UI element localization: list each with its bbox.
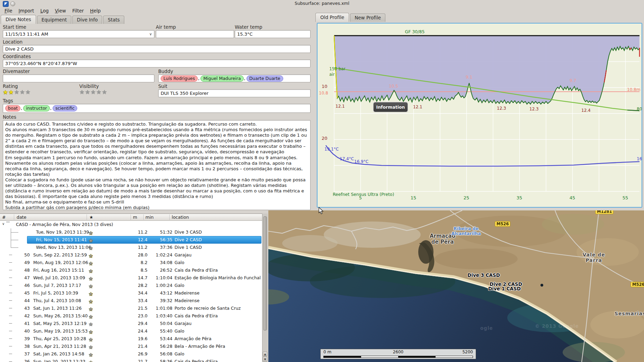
dive-row[interactable]: 43Sat, Jun 1, 2013 11:26★★★★★21.51:01:08… [0, 305, 262, 312]
start-time-input[interactable]: 11/15/13 11:41 AM ∨ [3, 30, 154, 38]
dive-row[interactable]: 45Fri, Jul 5, 2013 10:39★★★★★34.443:12Ma… [0, 289, 262, 297]
rating-stars[interactable]: ★★★★★ [3, 89, 31, 96]
column-header-3[interactable]: m [133, 215, 137, 220]
dive-row[interactable]: 39Thu, Apr 25, 2013 10:28★★★★★19.653:44A… [0, 335, 262, 343]
road-badge: M1281 [595, 210, 614, 214]
scroll-down-icon[interactable]: ▼ [263, 357, 267, 362]
visibility-stars[interactable]: ★★★★★ [79, 89, 107, 96]
suit-input[interactable]: DUI TLS 350 Explorer [158, 89, 311, 97]
dive-row[interactable]: 49Mon, Aug 19, 2013 12:06★★★★★8.234:08Ga… [0, 259, 262, 266]
start-time-label: Start time [3, 24, 26, 30]
menu-help[interactable]: Help [87, 8, 104, 14]
menu-view[interactable]: View [52, 8, 69, 14]
dive-row[interactable]: Tue, Nov 19, 2013 11:39★★★★★11.251:32Div… [0, 228, 262, 236]
air-temp-label: Air temp [156, 24, 176, 30]
dive-row[interactable]: 42Sun, May 26, 2013 15:40★★★★★23.01:03:4… [0, 312, 262, 320]
buddy-chip[interactable]: Luís Rodrigues [161, 75, 198, 82]
chart-deep-label: 12.3 [497, 106, 506, 111]
map-place-label: Sesmarias [609, 311, 644, 316]
rating-label: Rating [3, 83, 18, 89]
column-header-5[interactable]: location [172, 215, 189, 220]
tab-new-profile[interactable]: New Profile [350, 13, 385, 22]
chart-pressure-label: 150 bar [329, 66, 346, 71]
tab-stats[interactable]: Stats [103, 16, 124, 24]
star-empty-icon: ★ [89, 238, 93, 243]
column-header-1[interactable]: date [17, 215, 26, 220]
map-watermark: ogle [480, 325, 493, 331]
tags-input[interactable]: boat,instructor,scientific [3, 104, 311, 113]
dive-list-scrollbar[interactable]: ▲ ▼ [262, 214, 268, 362]
menu-import[interactable]: Import [16, 8, 37, 14]
buddy-input[interactable]: Luís Rodrigues,Miguel Madureira,Duarte D… [158, 74, 311, 82]
buddy-chip[interactable]: Miguel Madureira [200, 75, 243, 82]
time-axis-label: 55 [621, 195, 629, 200]
star-empty-icon: ★ [89, 261, 93, 266]
chart-pressure-label: air [329, 72, 335, 77]
menu-file[interactable]: File [1, 8, 16, 14]
chart-deep-label: 12.3 [529, 107, 539, 111]
notes-label: Notes [3, 114, 16, 120]
notes-textarea[interactable]: Aula do curso CASD. Transectos c/video e… [3, 120, 311, 210]
chevron-down-icon[interactable]: ∨ [149, 32, 152, 36]
dive-site-label: Dive 3 CASD [463, 273, 504, 278]
menu-filter[interactable]: Filter [69, 8, 87, 14]
dive-row[interactable]: 44Thu, Jul 4, 2013 10:08★★★★★33.439:32Ma… [0, 297, 262, 305]
dive-row[interactable]: 48Fri, Aug 16, 2013 15:11★★★★★8.526:52Ca… [0, 266, 262, 274]
time-axis-label: 45 [568, 195, 576, 200]
dive-row[interactable]: 47Wed, Jul 10, 2013 13:09★★★★★14.71:10:0… [0, 274, 262, 282]
star-empty-icon: ★ [89, 329, 93, 335]
subsurface-window: Subsurface: paneves.xml FileImportLogVie… [0, 0, 644, 362]
star-empty-icon: ★ [14, 89, 20, 96]
trip-group-row[interactable]: ∨CASD - Armação de Pêra, Nov 2013 (3 div… [0, 221, 262, 228]
water-temp-input[interactable]: 15.3°C [235, 30, 311, 38]
dive-site-marker[interactable] [540, 284, 543, 287]
chart-peak-label: 10.5 [389, 84, 398, 89]
information-button[interactable]: Information [374, 102, 408, 112]
dive-row[interactable]: 46Sun, Jul 7, 2013 17:17★★★★★28.21:00:24… [0, 282, 262, 289]
tag-chip[interactable]: scientific [53, 105, 78, 111]
column-header-0[interactable]: # [2, 215, 6, 220]
tag-chip[interactable]: boat [5, 105, 20, 111]
road-badge: M526 [630, 282, 644, 287]
dive-list-header[interactable]: #date★mminlocation [0, 214, 262, 221]
dive-row[interactable]: 50Sun, Sep 22, 2013 12:59★★★★★28.01:02:2… [0, 251, 262, 259]
location-input[interactable]: Dive 2 CASD [3, 45, 311, 53]
dive-row[interactable]: 36Sun, Jan 20, 2013 12:33★★★★★21.758:36C… [0, 358, 262, 362]
suit-label: Suit [158, 83, 167, 89]
buddy-chip[interactable]: Duarte Duarte [247, 75, 283, 82]
tab-dive-info[interactable]: Dive Info [72, 16, 102, 24]
dive-row[interactable]: 38Sun, Apr 21, 2013 11:28★★★★★21.456:28B… [0, 343, 262, 350]
column-header-2[interactable]: ★ [89, 215, 93, 220]
dive-row[interactable]: Wed, Nov 13, 2013 11:06★★★★★11.237:36Div… [0, 244, 262, 251]
dive-row[interactable]: 37Sat, Jan 26, 2013 14:58★★★★★26.956:08G… [0, 350, 262, 358]
star-empty-icon: ★ [85, 89, 90, 96]
map-watermark: © 2013 Google [535, 323, 579, 329]
tab-equipment[interactable]: Equipment [37, 16, 71, 24]
chart-pressure-label: 80 [637, 107, 642, 111]
dive-site-map[interactable]: Armação de PêraRibeira de AlcantarilhaVa… [268, 210, 644, 362]
scrollbar-thumb[interactable] [263, 216, 267, 331]
star-empty-icon: ★ [89, 352, 93, 358]
collapse-icon[interactable]: ∨ [2, 222, 5, 226]
divemaster-input[interactable] [3, 74, 154, 82]
road-badge: M526 [495, 221, 510, 227]
tab-old-profile[interactable]: Old Profile [315, 13, 349, 22]
star-empty-icon: ★ [102, 89, 107, 96]
star-empty-icon: ★ [89, 283, 93, 289]
air-temp-input[interactable] [156, 30, 234, 38]
dive-row[interactable]: 40Sun, May 19, 2013 15:53★★★★★24.455:40G… [0, 327, 262, 335]
time-axis-label: 15 [409, 195, 418, 200]
trip-group-label: CASD - Armação de Pêra, Nov 2013 (3 dive… [16, 222, 113, 227]
dive-site-label: Dive 1 CASD [484, 287, 525, 291]
column-header-4[interactable]: min [145, 215, 154, 220]
dive-row[interactable]: 41Sat, May 25, 2013 12:19★★★★★29.450:04G… [0, 320, 262, 327]
chart-temp-label: 16 [637, 156, 642, 161]
scroll-up-icon[interactable]: ▲ [263, 352, 267, 356]
tab-dive-notes[interactable]: Dive Notes [1, 15, 36, 24]
dive-row[interactable]: Fri, Nov 15, 2013 11:41★★★★★12.456:35Div… [0, 236, 262, 244]
tag-chip[interactable]: instructor [23, 105, 50, 111]
menu-log[interactable]: Log [37, 8, 52, 14]
chart-mean-label: 10.8 [319, 91, 328, 96]
map-scale-bar: 0 m 2600 5200 [320, 349, 476, 359]
coordinates-input[interactable]: 37°05'23.460"N 8°20'47.879"W [3, 60, 311, 67]
